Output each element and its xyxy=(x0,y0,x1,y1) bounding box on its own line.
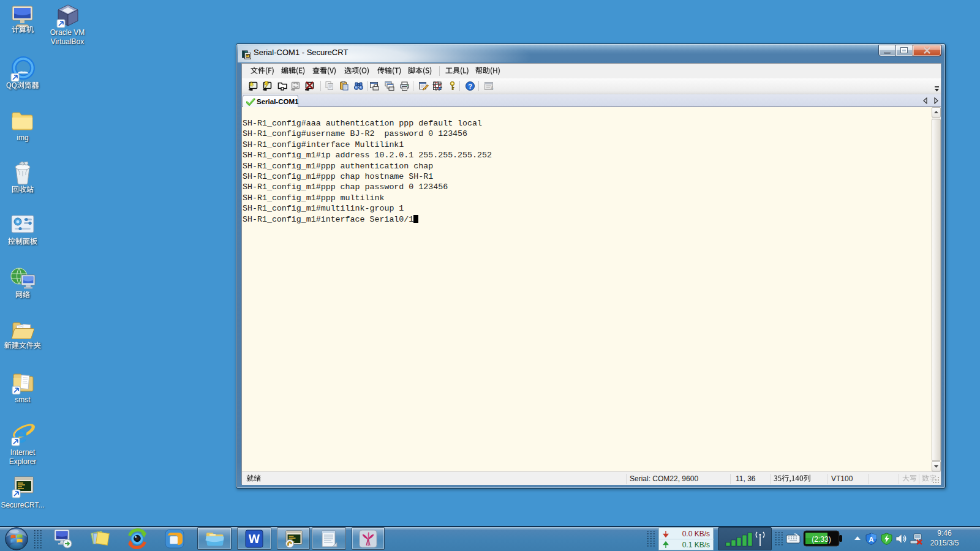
svg-text:A: A xyxy=(869,536,874,543)
svg-text:?: ? xyxy=(468,83,472,90)
svg-text:(2:33): (2:33) xyxy=(812,535,831,544)
svg-text:A: A xyxy=(491,86,494,90)
